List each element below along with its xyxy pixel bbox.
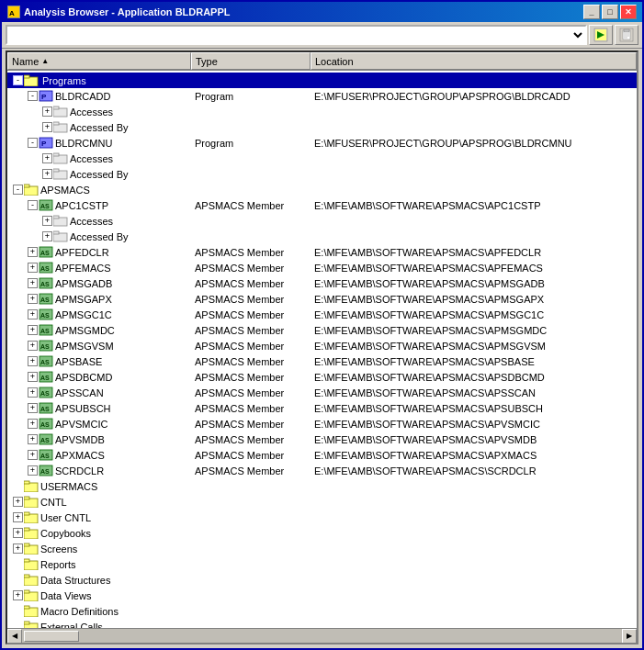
tree-row[interactable]: - APSMACS (7, 182, 637, 197)
col-header-type[interactable]: Type (191, 52, 311, 70)
scroll-track[interactable] (22, 629, 622, 644)
tree-row[interactable]: - AS APC1CSTPAPSMACS MemberE:\MFE\AMB\SO… (7, 197, 637, 213)
expand-button[interactable]: + (28, 372, 38, 382)
tree-row[interactable]: + AS APSUBSCHAPSMACS MemberE:\MFE\AMB\SO… (7, 400, 637, 416)
expand-button[interactable]: + (28, 465, 38, 476)
tree-row[interactable]: + AS APVSMCICAPSMACS MemberE:\MFE\AMB\SO… (7, 416, 637, 431)
tree-row[interactable]: + AS SCRDCLRAPSMACS MemberE:\MFE\AMB\SOF… (7, 463, 637, 478)
toolbar-action-button[interactable] (589, 25, 613, 45)
minimize-button[interactable]: _ (583, 5, 600, 19)
tree-row[interactable]: + AS APMSGADBAPSMACS MemberE:\MFE\AMB\SO… (7, 275, 637, 291)
expand-button[interactable]: + (28, 419, 38, 429)
expand-button[interactable]: + (13, 512, 23, 522)
col-header-location[interactable]: Location (311, 52, 637, 70)
tree-row[interactable]: + AS APSDBCMDAPSMACS MemberE:\MFE\AMB\SO… (7, 369, 637, 385)
toolbar-combobox[interactable] (6, 25, 587, 45)
tree-row[interactable]: - P BLDRCMNUProgramE:\MFUSER\PROJECT\GRO… (7, 135, 637, 151)
tree-row[interactable]: + AS APSBASEAPSMACS MemberE:\MFE\AMB\SOF… (7, 353, 637, 369)
tree-row[interactable]: + Data Views (7, 588, 637, 603)
small-folder-icon (53, 120, 68, 135)
expand-button[interactable]: + (42, 216, 52, 226)
tree-row[interactable]: Macro Definitions (7, 603, 637, 619)
tree-row[interactable]: + CNTL (7, 494, 637, 510)
tree-container[interactable]: - Programs- P BLDRCADDProgramE:\MFUSER\P… (7, 71, 637, 628)
scroll-left-button[interactable]: ◀ (7, 629, 22, 644)
maximize-button[interactable]: □ (602, 5, 618, 19)
tree-row[interactable]: + AS APFEMACSAPSMACS MemberE:\MFE\AMB\SO… (7, 260, 637, 275)
tree-cell-name: + AS APMSGAPX (7, 292, 191, 307)
tree-row[interactable]: + Screens (7, 541, 637, 556)
expand-button[interactable]: + (13, 544, 23, 554)
tree-cell-name: + AS APSUBSCH (7, 401, 191, 416)
scroll-right-button[interactable]: ▶ (622, 629, 637, 644)
tree-row[interactable]: + AS APVSMDBAPSMACS MemberE:\MFE\AMB\SOF… (7, 431, 637, 447)
tree-row[interactable]: + AS APSSCANAPSMACS MemberE:\MFE\AMB\SOF… (7, 385, 637, 400)
toolbar-icon2 (619, 28, 634, 42)
scroll-thumb[interactable] (24, 631, 79, 642)
tree-row[interactable]: + AS APMSGMDCAPSMACS MemberE:\MFE\AMB\SO… (7, 322, 637, 338)
expand-button[interactable]: + (28, 356, 38, 366)
expand-button[interactable]: - (28, 200, 38, 210)
expand-button[interactable]: + (28, 247, 38, 257)
tree-row[interactable]: + AS APMSGAPXAPSMACS MemberE:\MFE\AMB\SO… (7, 291, 637, 307)
tree-cell-type: APSMACS Member (191, 387, 311, 398)
expand-button[interactable]: - (28, 138, 38, 148)
tree-row[interactable]: Data Structures (7, 572, 637, 588)
expand-button[interactable]: + (28, 325, 38, 335)
tree-row[interactable]: + AS APFEDCLRAPSMACS MemberE:\MFE\AMB\SO… (7, 244, 637, 260)
tree-row[interactable]: + AS APXMACSAPSMACS MemberE:\MFE\AMB\SOF… (7, 447, 637, 463)
expand-button[interactable]: + (28, 309, 38, 319)
tree-row[interactable]: External Calls (7, 619, 637, 628)
expand-button[interactable]: + (28, 387, 38, 398)
svg-rect-29 (53, 216, 59, 219)
tree-row[interactable]: + AS APMSGC1CAPSMACS MemberE:\MFE\AMB\SO… (7, 307, 637, 322)
tree-cell-location: E:\MFE\AMB\SOFTWARE\APSMACS\APMSGC1C (311, 309, 637, 320)
expand-button[interactable]: + (42, 169, 52, 179)
tree-row[interactable]: + Accesses (7, 213, 637, 229)
tree-row[interactable]: + Accessed By (7, 166, 637, 182)
tree-cell-location: E:\MFE\AMB\SOFTWARE\APSMACS\APMSGMDC (311, 325, 637, 336)
expand-button[interactable]: + (28, 450, 38, 460)
tree-cell-type: APSMACS Member (191, 341, 311, 352)
toolbar-clipboard-button[interactable] (615, 25, 638, 45)
expand-button[interactable]: + (28, 341, 38, 351)
tree-row[interactable]: + Accesses (7, 151, 637, 166)
tree-row[interactable]: + AS APMSGVSMAPSMACS MemberE:\MFE\AMB\SO… (7, 338, 637, 353)
expand-button[interactable]: + (13, 590, 23, 600)
expand-button[interactable]: + (28, 294, 38, 304)
tree-row[interactable]: + Accessed By (7, 119, 637, 135)
expand-button[interactable]: - (13, 185, 23, 195)
horizontal-scrollbar[interactable]: ◀ ▶ (7, 628, 637, 643)
expand-button[interactable]: + (13, 497, 23, 507)
col-header-name[interactable]: Name ▲ (7, 52, 191, 70)
svg-rect-67 (24, 512, 29, 515)
expand-button[interactable]: + (42, 153, 52, 163)
close-button[interactable]: ✕ (620, 5, 637, 19)
expand-button[interactable]: + (28, 434, 38, 444)
small-folder-icon (53, 230, 68, 244)
expand-button[interactable]: + (28, 403, 38, 413)
tree-row[interactable]: - Programs (7, 73, 637, 88)
expand-button[interactable]: + (28, 278, 38, 288)
expand-button[interactable]: + (13, 528, 23, 538)
tree-row[interactable]: + Accesses (7, 104, 637, 119)
expand-button[interactable]: - (28, 91, 38, 101)
tree-cell-name: - P BLDRCMNU (7, 136, 191, 151)
expand-button[interactable]: + (42, 122, 52, 132)
expand-button[interactable]: - (13, 75, 23, 85)
tree-row[interactable]: + Accessed By (7, 229, 637, 244)
tree-row[interactable]: + Copybooks (7, 525, 637, 541)
tree-row[interactable]: USERMACS (7, 478, 637, 494)
tree-row[interactable]: + User CNTL (7, 510, 637, 525)
tree-cell-name: + AS APMSGVSM (7, 339, 191, 353)
expand-button[interactable]: + (42, 231, 52, 241)
folder-icon (24, 573, 39, 588)
expand-button[interactable]: + (28, 263, 38, 273)
svg-rect-17 (53, 122, 59, 125)
apsmacs-icon: AS (39, 276, 53, 291)
svg-text:AS: AS (40, 468, 50, 475)
tree-row[interactable]: - P BLDRCADDProgramE:\MFUSER\PROJECT\GRO… (7, 88, 637, 104)
expand-button[interactable]: + (42, 106, 52, 117)
tree-row[interactable]: Reports (7, 556, 637, 572)
folder-open-icon (24, 73, 39, 88)
